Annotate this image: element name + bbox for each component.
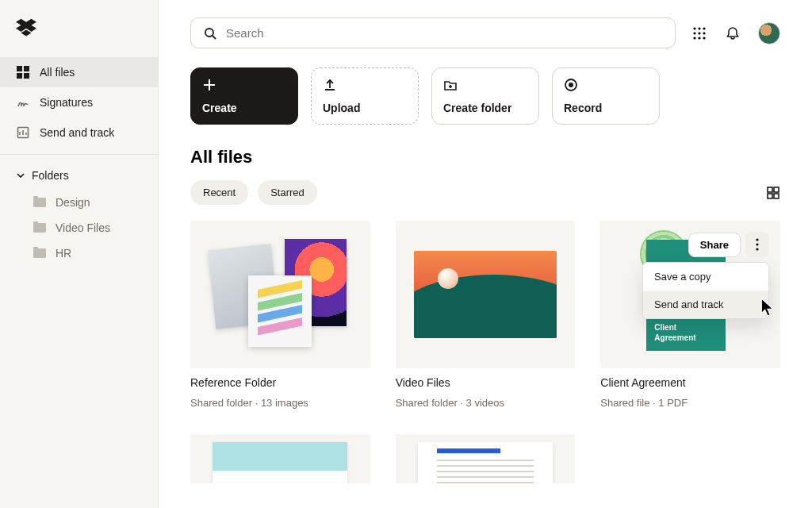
folder-label: Video Files <box>56 221 110 234</box>
sidebar-item-signatures[interactable]: Signatures <box>0 87 158 117</box>
file-card[interactable]: Reference Folder Shared folder · 13 imag… <box>190 221 370 409</box>
sidebar-divider <box>0 154 158 155</box>
filter-chip-starred[interactable]: Starred <box>258 180 317 205</box>
avatar[interactable] <box>758 22 780 44</box>
action-label: Upload <box>323 102 407 114</box>
app-logo[interactable] <box>0 17 158 57</box>
folder-icon <box>33 248 46 258</box>
upload-icon <box>323 78 337 92</box>
file-thumbnail <box>190 221 370 368</box>
action-label: Record <box>564 102 648 114</box>
record-button[interactable]: Record <box>552 67 660 125</box>
svg-point-21 <box>756 238 758 241</box>
topbar <box>190 17 780 48</box>
upload-button[interactable]: Upload <box>311 67 419 125</box>
file-meta: Shared folder · 3 videos <box>396 397 576 409</box>
svg-point-10 <box>698 32 700 34</box>
svg-rect-0 <box>17 66 22 71</box>
create-folder-button[interactable]: Create folder <box>431 67 539 125</box>
record-icon <box>564 78 578 92</box>
svg-rect-1 <box>24 66 29 71</box>
svg-rect-18 <box>774 187 779 192</box>
search-bar[interactable] <box>190 17 676 48</box>
more-options-button[interactable] <box>745 232 769 257</box>
file-thumbnail <box>190 434 370 483</box>
folder-label: Design <box>56 196 90 209</box>
plus-icon <box>202 78 216 92</box>
file-title: Client Agreement <box>600 376 780 389</box>
share-button[interactable]: Share <box>688 233 741 257</box>
doc-line2: Agreement <box>654 333 718 344</box>
apps-grid-icon[interactable] <box>691 25 707 41</box>
page-title: All files <box>190 147 780 167</box>
folder-item-design[interactable]: Design <box>0 190 158 215</box>
file-title: Reference Folder <box>190 376 370 389</box>
svg-rect-20 <box>774 194 779 198</box>
action-label: Create folder <box>443 102 527 114</box>
svg-point-16 <box>569 83 573 87</box>
create-button[interactable]: Create <box>190 67 298 125</box>
file-card-empty <box>600 434 780 483</box>
folder-plus-icon <box>443 78 458 92</box>
file-card[interactable] <box>190 434 370 483</box>
kebab-icon <box>756 238 759 251</box>
folder-item-hr[interactable]: HR <box>0 241 158 266</box>
svg-point-23 <box>756 248 758 250</box>
folder-icon <box>33 198 46 207</box>
waves-preview <box>414 251 557 338</box>
dropbox-icon <box>16 17 36 38</box>
svg-rect-2 <box>17 73 22 79</box>
action-label: Create <box>202 102 286 114</box>
svg-point-11 <box>703 32 705 34</box>
svg-point-12 <box>693 37 695 39</box>
svg-rect-17 <box>768 187 772 192</box>
sidebar-item-send-track[interactable]: Send and track <box>0 117 158 148</box>
folder-icon <box>33 223 46 233</box>
folders-header-label: Folders <box>32 169 69 182</box>
svg-point-6 <box>693 27 695 29</box>
file-thumbnail <box>396 221 576 368</box>
svg-point-22 <box>756 243 758 245</box>
send-track-icon <box>16 125 30 140</box>
folder-item-video-files[interactable]: Video Files <box>0 215 158 241</box>
sidebar-item-label: All files <box>40 66 75 79</box>
folder-label: HR <box>56 247 71 260</box>
svg-point-13 <box>698 37 700 39</box>
file-card[interactable] <box>396 434 576 483</box>
doc-line1: Client <box>654 323 718 333</box>
file-card[interactable]: Video Files Shared folder · 3 videos <box>396 221 576 409</box>
sidebar: All files Signatures Send and track Fold… <box>0 0 159 508</box>
file-thumbnail: Client Agreement Share Save a copy Send … <box>600 221 780 368</box>
file-meta: Shared file · 1 PDF <box>600 397 780 409</box>
svg-point-8 <box>703 27 705 29</box>
file-thumbnail <box>396 434 576 483</box>
file-meta: Shared folder · 13 images <box>190 397 370 409</box>
svg-point-14 <box>703 37 705 39</box>
view-toggle-grid-icon[interactable] <box>766 186 780 200</box>
filter-row: Recent Starred <box>190 180 780 205</box>
sidebar-nav: All files Signatures Send and track <box>0 57 158 148</box>
file-grid: Reference Folder Shared folder · 13 imag… <box>190 221 780 483</box>
menu-item-save-copy[interactable]: Save a copy <box>643 263 768 291</box>
svg-point-7 <box>698 27 700 29</box>
files-grid-icon <box>16 65 30 79</box>
share-bar: Share <box>688 232 769 257</box>
filter-chips: Recent Starred <box>190 180 317 205</box>
search-icon <box>204 27 216 40</box>
sidebar-item-all-files[interactable]: All files <box>0 57 158 87</box>
folders-toggle[interactable]: Folders <box>0 161 158 190</box>
top-icons <box>691 22 780 44</box>
collage-preview <box>216 239 343 350</box>
svg-rect-19 <box>768 194 772 198</box>
svg-point-9 <box>693 32 695 34</box>
search-input[interactable] <box>226 26 662 40</box>
chevron-down-icon <box>16 171 25 180</box>
svg-point-5 <box>205 29 213 37</box>
menu-item-send-track[interactable]: Send and track <box>643 291 768 318</box>
file-card[interactable]: Client Agreement Share Save a copy Send … <box>600 221 780 409</box>
actions-row: Create Upload Create folder Record <box>190 67 780 125</box>
file-title: Video Files <box>396 376 576 389</box>
filter-chip-recent[interactable]: Recent <box>190 180 248 205</box>
notifications-icon[interactable] <box>725 25 741 41</box>
main-content: Create Upload Create folder Record All f… <box>159 0 812 508</box>
